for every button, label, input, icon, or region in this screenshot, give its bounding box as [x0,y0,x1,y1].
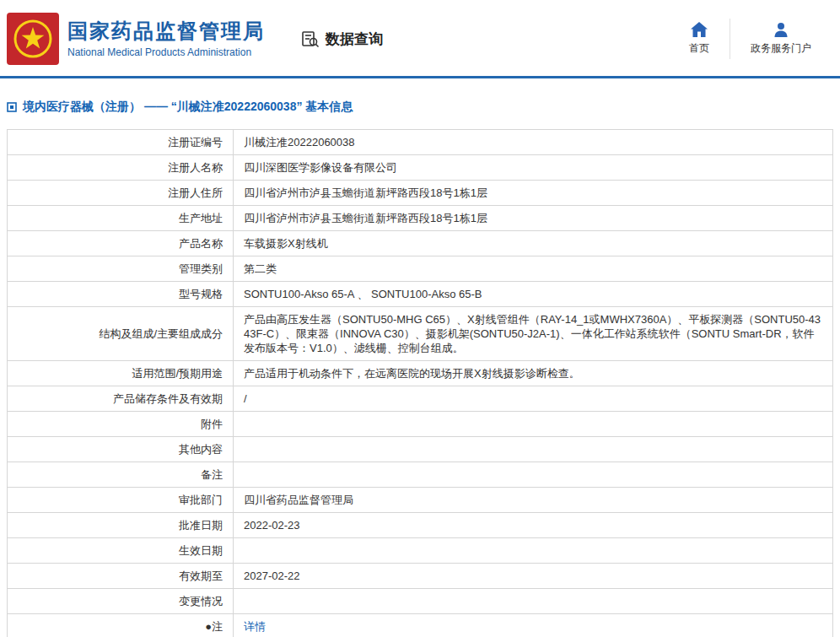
table-row: 注册人名称四川深图医学影像设备有限公司 [8,155,833,181]
table-row: 有效期至2027-02-22 [8,564,833,589]
row-value: 四川省药品监督管理局 [234,488,833,513]
row-value: 车载摄影X射线机 [234,231,833,256]
row-label: 有效期至 [8,564,234,589]
row-label: 注册证编号 [8,130,234,155]
table-row: 型号规格SONTU100-Akso 65-A 、 SONTU100-Akso 6… [8,282,833,307]
org-name-cn: 国家药品监督管理局 [67,19,265,43]
org-title-block: 国家药品监督管理局 National Medical Products Admi… [67,19,265,59]
row-value: 2022-02-23 [234,513,833,538]
row-value [234,437,833,462]
data-query-label: 数据查询 [326,30,383,49]
nav-home-label: 首页 [689,41,709,56]
row-label: 产品名称 [8,231,234,256]
table-row: 适用范围/预期用途产品适用于机动条件下，在远离医院的现场开展X射线摄影诊断检查。 [8,361,833,386]
row-label: 变更情况 [8,589,234,614]
data-query-nav[interactable]: 数据查询 [300,29,383,49]
row-label: 备注 [8,462,234,488]
page-title-row: 境内医疗器械（注册） —— “川械注准20222060038” 基本信息 [0,78,840,129]
row-value [234,462,833,488]
nav-portal-label: 政务服务门户 [751,41,811,56]
data-query-icon [300,29,320,49]
row-label: 其他内容 [8,437,234,462]
nmpa-logo [7,13,59,65]
row-label: 注册人名称 [8,155,234,181]
table-row: 其他内容 [8,437,833,462]
row-label: ●注 [8,614,234,637]
org-name-en: National Medical Products Administration [67,46,265,58]
row-value: 详情 [234,614,833,637]
row-value: 产品适用于机动条件下，在远离医院的现场开展X射线摄影诊断检查。 [234,361,833,386]
row-value [234,412,833,437]
row-label: 产品储存条件及有效期 [8,386,234,412]
site-header: 国家药品监督管理局 National Medical Products Admi… [0,0,840,76]
row-value: 产品由高压发生器（SONTU50-MHG C65）、X射线管组件（RAY-14_… [234,307,833,361]
table-row: 附件 [8,412,833,437]
table-row: 结构及组成/主要组成成分产品由高压发生器（SONTU50-MHG C65）、X射… [8,307,833,361]
row-value: 四川省泸州市泸县玉蟾街道新坪路西段18号1栋1层 [234,181,833,206]
row-value: SONTU100-Akso 65-A 、 SONTU100-Akso 65-B [234,282,833,307]
nav-home[interactable]: 首页 [669,19,730,59]
home-icon [691,22,708,37]
national-emblem-icon [13,19,53,59]
section-square-icon [7,102,17,112]
row-label: 批准日期 [8,513,234,538]
table-row: 审批部门四川省药品监督管理局 [8,488,833,513]
nav-portal[interactable]: 政务服务门户 [730,19,832,59]
row-label: 生效日期 [8,538,234,564]
row-label: 管理类别 [8,256,234,282]
table-row: 产品名称车载摄影X射线机 [8,231,833,256]
row-value: 四川省泸州市泸县玉蟾街道新坪路西段18号1栋1层 [234,206,833,231]
row-value: 川械注准20222060038 [234,130,833,155]
row-label: 生产地址 [8,206,234,231]
row-label: 型号规格 [8,282,234,307]
table-row: 注册人住所四川省泸州市泸县玉蟾街道新坪路西段18号1栋1层 [8,181,833,206]
row-value: 第二类 [234,256,833,282]
user-icon [773,22,789,37]
row-value: / [234,386,833,412]
row-value [234,589,833,614]
detail-link[interactable]: 详情 [244,620,266,633]
header-right-nav: 首页 政务服务门户 [669,19,832,59]
table-row: 变更情况 [8,589,833,614]
row-value [234,538,833,564]
table-row: 注册证编号川械注准20222060038 [8,130,833,155]
row-value: 2027-02-22 [234,564,833,589]
row-value: 四川深图医学影像设备有限公司 [234,155,833,181]
row-label: 附件 [8,412,234,437]
table-row: 产品储存条件及有效期/ [8,386,833,412]
table-row: 备注 [8,462,833,488]
row-label: 结构及组成/主要组成成分 [8,307,234,361]
page-title: 境内医疗器械（注册） —— “川械注准20222060038” 基本信息 [23,100,353,115]
row-label: 注册人住所 [8,181,234,206]
table-row: 批准日期2022-02-23 [8,513,833,538]
table-row: 生产地址四川省泸州市泸县玉蟾街道新坪路西段18号1栋1层 [8,206,833,231]
table-row: 管理类别第二类 [8,256,833,282]
row-label: 适用范围/预期用途 [8,361,234,386]
row-label: 审批部门 [8,488,234,513]
registration-info-table: 注册证编号川械注准20222060038注册人名称四川深图医学影像设备有限公司注… [7,129,833,637]
table-row: ●注详情 [8,614,833,637]
table-row: 生效日期 [8,538,833,564]
